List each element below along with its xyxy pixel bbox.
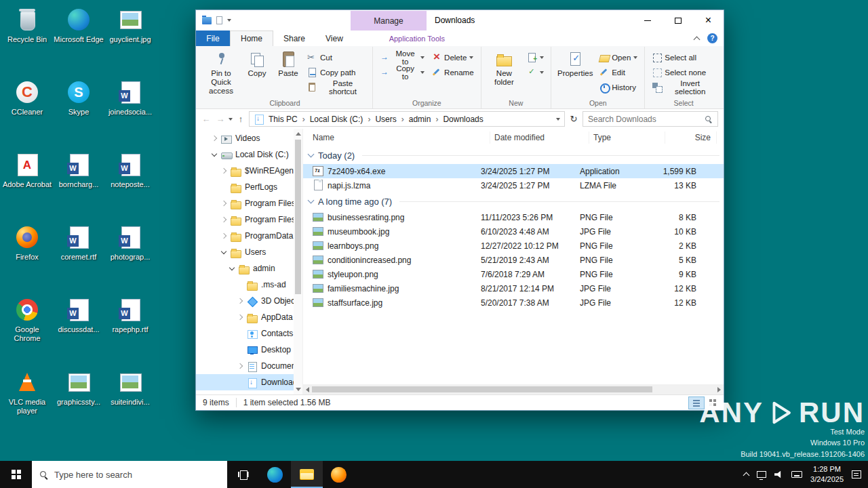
up-button[interactable]: ↑ [235,114,247,124]
paste-button[interactable]: Paste [273,48,303,78]
nav-tree-item[interactable]: ProgramData [196,228,302,244]
copy-path-button[interactable]: Copy path [304,65,368,79]
column-header-date-modified[interactable]: Date modified [490,131,589,144]
title-bar[interactable]: Manage Downloads [196,10,724,30]
file-row[interactable]: familiesmachine.jpg 8/21/2017 12:14 PM J… [303,281,724,296]
desktop-icon[interactable]: Recycle Bin [1,3,53,75]
expander-icon[interactable] [220,232,227,239]
new-folder-button[interactable]: New folder [486,48,524,87]
scroll-left-icon[interactable] [306,387,309,392]
desktop-icon[interactable]: borncharg... [53,148,104,220]
expander-icon[interactable] [237,330,243,337]
address-box[interactable]: This PCLocal Disk (C:)UsersadminDownload… [249,111,565,127]
expander-icon[interactable] [237,379,243,386]
tab-home[interactable]: Home [230,30,273,46]
column-header-name[interactable]: Name [309,131,490,144]
expander-icon[interactable] [220,167,227,174]
collapse-ribbon-chevron-icon[interactable] [694,36,701,43]
breadcrumb-item[interactable]: Local Disk (C:) [310,115,376,124]
expander-icon[interactable] [229,265,235,272]
nav-tree-item[interactable]: PerfLogs [196,179,302,195]
group-collapse-chevron-icon[interactable] [308,197,315,204]
file-row[interactable]: styleupon.png 7/6/2018 7:29 AM PNG File … [303,267,724,281]
desktop-icon[interactable]: noteposte... [104,148,156,220]
expander-icon[interactable] [237,314,243,321]
breadcrumb-item[interactable]: Users [375,115,408,124]
edit-button[interactable]: Edit [596,65,640,79]
nav-tree-item[interactable]: Desktop [196,342,302,358]
breadcrumb-item[interactable]: Downloads [443,115,483,124]
refresh-button[interactable]: ↻ [567,114,580,124]
search-input[interactable]: Search Downloads [583,111,718,127]
copy-button[interactable]: Copy [242,48,272,78]
nav-tree-item[interactable]: $WinREAgent [196,163,302,179]
desktop-icon[interactable]: graphicssty... [53,365,104,438]
expander-icon[interactable] [220,249,227,256]
new-item-button[interactable] [524,50,547,64]
expander-icon[interactable] [237,346,243,353]
nav-tree-item[interactable]: Users [196,244,302,260]
tab-application-tools[interactable]: Application Tools [382,30,452,46]
desktop-icon[interactable]: Adobe Acrobat [1,148,53,220]
expander-icon[interactable] [237,298,243,304]
desktop-icon[interactable]: discussdat... [53,293,104,365]
file-row[interactable]: staffsurface.jpg 5/20/2017 7:38 AM JPG F… [303,296,724,310]
nav-tree-item[interactable]: .ms-ad [196,277,302,293]
forward-button[interactable]: → [214,114,226,124]
open-button[interactable]: Open [596,50,640,64]
help-icon[interactable] [707,33,717,43]
expander-icon[interactable] [220,184,227,190]
file-row[interactable]: learnboys.png 12/27/2022 10:12 PM PNG Fi… [303,239,724,253]
properties-button[interactable]: Properties [555,48,595,78]
nav-tree-item[interactable]: Program Files [196,211,302,228]
taskbar-edge-button[interactable] [259,461,291,488]
pin-to-quick-access-button[interactable]: Pin to Quick access [201,48,241,96]
taskbar-file-explorer-button[interactable] [291,461,323,488]
group-header-a-long-time-ago[interactable]: A long time ago (7) [303,192,724,210]
nav-tree-item[interactable]: admin [196,260,302,277]
expander-icon[interactable] [220,200,227,207]
close-button[interactable] [693,10,724,30]
nav-tree-item[interactable]: Program Files [196,195,302,211]
task-view-button[interactable] [227,461,259,488]
expander-icon[interactable] [237,281,243,288]
horizontal-scrollbar-thumb[interactable] [312,386,652,392]
desktop-icon[interactable]: joinedsocia... [104,75,156,148]
expander-icon[interactable] [211,151,218,158]
tab-file[interactable]: File [196,30,230,46]
easy-access-button[interactable] [524,65,547,79]
nav-tree-item[interactable]: AppData [196,309,302,325]
customize-qat-chevron-icon[interactable] [227,19,231,22]
scroll-right-icon[interactable] [717,387,721,392]
notification-center-icon[interactable] [852,470,861,479]
minimize-button[interactable] [632,10,663,30]
move-to-button[interactable]: Move to [377,50,427,64]
taskbar-firefox-button[interactable] [323,461,355,488]
expander-icon[interactable] [220,216,227,223]
invert-selection-button[interactable]: Invert selection [649,80,718,94]
nav-tree-item[interactable]: Downloads [196,374,302,390]
taskbar-search-input[interactable]: Type here to search [32,461,227,488]
tray-expand-chevron-icon[interactable] [743,472,750,479]
desktop-icon[interactable]: suiteindivi... [104,365,156,438]
rename-button[interactable]: Rename [429,65,476,79]
desktop-icon[interactable]: VLC media player [1,365,53,438]
breadcrumb-item[interactable]: This PC [269,115,310,124]
paste-shortcut-button[interactable]: Paste shortcut [304,80,368,94]
desktop-icon[interactable]: CCleaner [1,75,53,148]
desktop-icon[interactable]: Google Chrome [1,293,53,365]
network-icon[interactable] [757,471,766,478]
nav-tree-item[interactable]: Local Disk (C:) [196,146,302,163]
column-header-size[interactable]: Size [665,131,717,144]
recent-locations-chevron-icon[interactable] [229,118,233,121]
breadcrumb-item[interactable]: admin [409,115,443,124]
file-row[interactable]: businessesrating.png 11/11/2023 5:26 PM … [303,210,724,224]
nav-tree-item[interactable]: Videos [196,130,302,146]
file-row[interactable]: conditionincreased.png 5/21/2019 2:43 AM… [303,253,724,267]
desktop-icon[interactable]: Firefox [1,220,53,293]
nav-tree-item[interactable]: Documents [196,358,302,374]
nav-scrollbar[interactable] [294,129,302,394]
file-row[interactable]: museumbook.jpg 6/10/2023 4:48 AM JPG Fil… [303,224,724,239]
desktop-icon[interactable]: coremet.rtf [53,220,104,293]
nav-tree-item[interactable]: Contacts [196,325,302,342]
